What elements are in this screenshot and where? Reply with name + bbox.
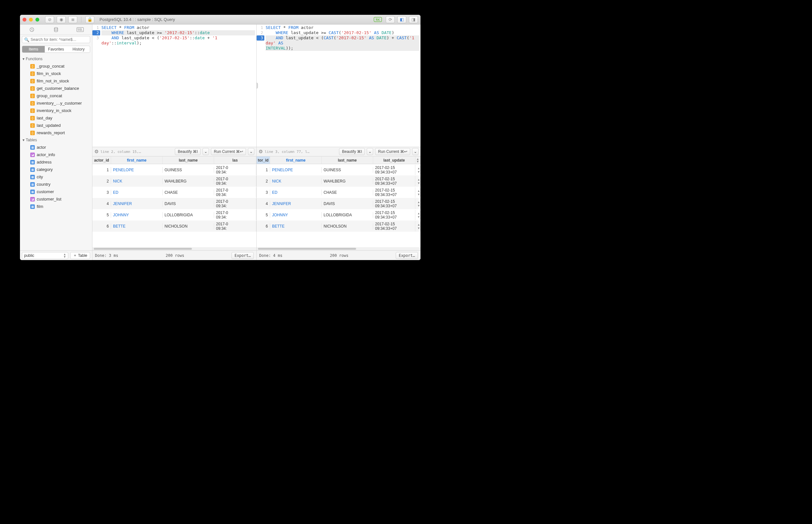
seg-items[interactable]: Items [22, 46, 45, 52]
cell[interactable]: GUINESS [322, 167, 373, 173]
view-icon[interactable]: ◉ [57, 16, 66, 23]
tree-item[interactable]: ▦country [20, 181, 92, 188]
refresh-icon[interactable]: ⟳ [386, 16, 395, 23]
tree-item[interactable]: ▦film [20, 203, 92, 210]
seg-favorites[interactable]: Favorites [45, 46, 67, 52]
tree-item[interactable]: ▦address [20, 158, 92, 166]
cell[interactable]: LOLLOBRIGIDA [163, 212, 214, 218]
cell[interactable]: WAHLBERG [322, 178, 373, 184]
cell[interactable]: 5 [93, 212, 111, 218]
cell[interactable]: 2017-02-15 09:34:33+07 [373, 221, 415, 231]
cell[interactable]: 2017-02-15 09:34:33+07 [373, 187, 415, 198]
table-row[interactable]: 5JOHNNYLOLLOBRIGIDA2017-02-15 09:34:33+0… [257, 209, 421, 220]
cell[interactable]: ED [270, 190, 322, 195]
run-dropdown[interactable]: ⌄ [412, 148, 419, 155]
tree-item[interactable]: ◪customer_list [20, 195, 92, 203]
tree-group-tables[interactable]: ▾ Tables [20, 136, 92, 144]
tree-item[interactable]: {}_group_concat [20, 63, 92, 70]
cell[interactable]: BETTE [111, 223, 163, 229]
cell[interactable]: NICK [111, 178, 163, 184]
export-button[interactable]: Export… [231, 252, 254, 259]
cell[interactable]: LOLLOBRIGIDA [322, 212, 373, 218]
horizontal-scrollbar[interactable] [93, 247, 256, 250]
cell[interactable]: 6 [257, 223, 270, 229]
cell[interactable]: 2017-02-15 09:34:33+07 [373, 165, 415, 175]
results-grid[interactable]: tor_idfirst_namelast_namelast_update▲▼1P… [257, 157, 421, 250]
tree-item[interactable]: {}film_in_stock [20, 70, 92, 77]
table-row[interactable]: 4JENNIFERDAVIS2017-02-15 09:34:33+07▲▼ [257, 198, 421, 209]
sort-indicator[interactable]: ▲▼ [415, 157, 421, 164]
cell[interactable]: CHASE [163, 190, 214, 195]
sidebar-filter-segment[interactable]: Items Favorites History [22, 46, 90, 53]
tree-item[interactable]: {}last_day [20, 114, 92, 122]
tree-item[interactable]: {}inventory_…y_customer [20, 99, 92, 107]
cell[interactable]: 2017-02-15 09:34:33+07 [373, 210, 415, 220]
tree-item[interactable]: {}group_concat [20, 92, 92, 99]
cell[interactable]: JOHNNY [270, 212, 322, 218]
lock-icon[interactable]: 🔒 [85, 16, 94, 23]
cell[interactable]: 2 [257, 178, 270, 184]
sidebar-search[interactable]: 🔍 [22, 36, 90, 43]
cell[interactable]: WAHLBERG [163, 178, 214, 184]
list-icon[interactable]: ≣ [68, 16, 77, 23]
cell[interactable]: 3 [93, 190, 111, 195]
beautify-button[interactable]: Beautify ⌘I [339, 148, 365, 155]
tree-group-functions[interactable]: ▾ Functions [20, 55, 92, 63]
table-row[interactable]: 1PENELOPEGUINESS2017-0 09:34: [93, 164, 256, 176]
cell[interactable]: 2 [93, 178, 111, 184]
column-header[interactable]: tor_id [257, 157, 270, 164]
add-table-button[interactable]: ＋ Table [70, 252, 90, 259]
database-icon[interactable] [52, 26, 60, 34]
code-area[interactable]: SELECT * FROM actor WHERE last_update >=… [100, 24, 256, 147]
cell[interactable]: JOHNNY [111, 212, 163, 218]
cell[interactable]: 2017-0 09:34: [214, 176, 256, 186]
connection-icon[interactable] [28, 26, 36, 34]
tree-item[interactable]: {}rewards_report [20, 129, 92, 136]
pane-left-icon[interactable]: ◧ [397, 16, 406, 23]
cell[interactable]: 2017-0 09:34: [214, 165, 256, 175]
tree-item[interactable]: ▦category [20, 166, 92, 173]
tree-item[interactable]: {}last_updated [20, 122, 92, 129]
cell[interactable]: BETTE [270, 223, 322, 229]
export-button[interactable]: Export… [396, 252, 418, 259]
schema-select[interactable]: public ▲▼ [22, 252, 68, 259]
sql-editor[interactable]: 123SELECT * FROM actor WHERE last_update… [93, 24, 256, 147]
cell[interactable]: 2017-0 09:34: [214, 221, 256, 231]
horizontal-scrollbar[interactable] [257, 247, 421, 250]
gear-icon[interactable]: ⚙ [259, 149, 263, 154]
run-button[interactable]: Run Current ⌘↩ [211, 148, 246, 155]
table-row[interactable]: 6BETTENICHOLSON2017-0 09:34: [93, 220, 256, 232]
table-row[interactable]: 3EDCHASE2017-02-15 09:34:33+07▲▼ [257, 187, 421, 198]
column-header[interactable]: first_name [111, 157, 163, 164]
code-area[interactable]: SELECT * FROM actor WHERE last_update >=… [264, 24, 421, 147]
cell[interactable]: NICHOLSON [163, 223, 214, 229]
column-header[interactable]: last_name [163, 157, 214, 164]
cell[interactable]: ED [111, 190, 163, 195]
pane-right-icon[interactable]: ◨ [409, 16, 418, 23]
cell[interactable]: 4 [257, 201, 270, 207]
cell[interactable]: 2017-0 09:34: [214, 187, 256, 198]
table-row[interactable]: 4JENNIFERDAVIS2017-0 09:34: [93, 198, 256, 209]
cell[interactable]: NICK [270, 178, 322, 184]
cell[interactable]: JENNIFER [270, 201, 322, 207]
minimize-window-button[interactable] [29, 18, 33, 21]
column-header[interactable]: las [214, 157, 256, 164]
cell[interactable]: 5 [257, 212, 270, 218]
tree-item[interactable]: {}get_customer_balance [20, 85, 92, 92]
column-header[interactable]: last_name [322, 157, 373, 164]
sql-icon[interactable]: SQL [76, 26, 84, 34]
gear-icon[interactable]: ⚙ [94, 149, 98, 154]
cell[interactable]: 2017-02-15 09:34:33+07 [373, 176, 415, 186]
cell[interactable]: GUINESS [163, 167, 214, 173]
beautify-dropdown[interactable]: ⌄ [367, 148, 373, 155]
cell[interactable]: DAVIS [322, 201, 373, 207]
tree-item[interactable]: ▦customer [20, 188, 92, 195]
tree-item[interactable]: ▦actor [20, 144, 92, 151]
cell[interactable]: 1 [93, 167, 111, 173]
tree-item[interactable]: {}inventory_in_stock [20, 107, 92, 114]
cell[interactable]: 1 [257, 167, 270, 173]
tree-item[interactable]: ◪actor_info [20, 151, 92, 158]
object-tree[interactable]: ▾ Functions{}_group_concat{}film_in_stoc… [20, 54, 92, 250]
close-window-button[interactable] [22, 18, 27, 21]
tree-item[interactable]: {}film_not_in_stock [20, 77, 92, 85]
